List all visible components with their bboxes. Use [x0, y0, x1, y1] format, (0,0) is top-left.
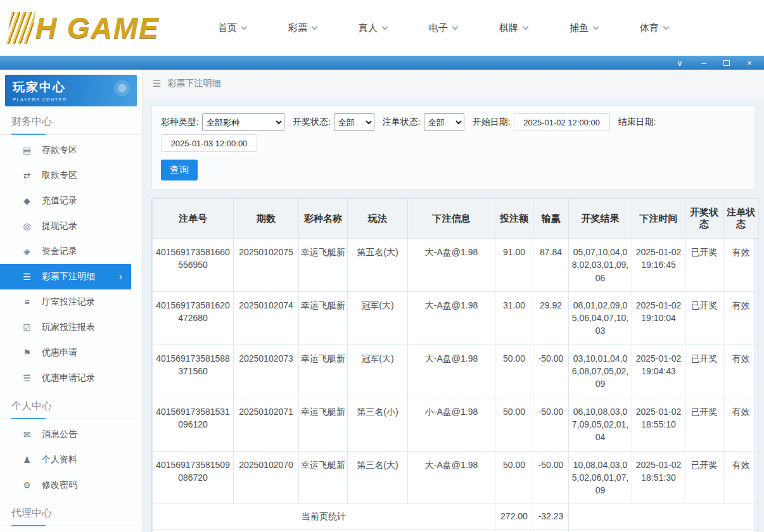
- table-cell: -50.00: [533, 398, 569, 451]
- nav-item-4[interactable]: 电子: [429, 22, 457, 34]
- nav-item-6[interactable]: 捕鱼: [570, 22, 598, 34]
- draw-status-label: 开奖状态:: [293, 117, 331, 128]
- table-cell: 50.00: [495, 398, 533, 451]
- end-date-input[interactable]: [161, 134, 257, 152]
- table-cell: 已开奖: [685, 398, 723, 451]
- table-cell: 87.84: [533, 239, 569, 292]
- start-date-input[interactable]: [514, 113, 610, 131]
- profile-icon: ♟: [22, 455, 32, 465]
- sidebar-section-header: 代理中心: [0, 498, 142, 526]
- breadcrumb: ☰ 彩票下注明细: [143, 70, 764, 98]
- close-icon[interactable]: ×: [745, 59, 754, 67]
- col-header-9: 下注时间: [632, 199, 685, 239]
- change-password-icon: ⚙: [22, 480, 32, 490]
- sidebar-item[interactable]: ⇄取款专区: [0, 163, 142, 188]
- sidebar-item[interactable]: ▤存款专区: [0, 137, 142, 163]
- table-cell: 第三名(小): [348, 398, 408, 451]
- hall-bet-record-icon: ≡: [22, 297, 32, 307]
- table-cell: 冠军(大): [348, 291, 408, 345]
- sidebar-section-header: 财务中心: [0, 106, 142, 135]
- lottery-type-select[interactable]: 全部彩种: [202, 113, 284, 131]
- hamburger-icon[interactable]: ☰: [153, 78, 161, 89]
- sidebar-item[interactable]: ✉消息公告: [0, 422, 142, 447]
- table-cell: 20250102071: [234, 398, 299, 451]
- sidebar-item-label: 修改密码: [42, 479, 77, 491]
- sidebar-item[interactable]: ⚑优惠申请: [0, 340, 142, 365]
- table-cell: 20250102075: [234, 239, 299, 292]
- chevron-down-icon[interactable]: ∨: [675, 59, 684, 67]
- sidebar-title: 玩家中心: [13, 79, 137, 96]
- sidebar-item[interactable]: ≡厅室投注记录: [0, 289, 142, 315]
- table-cell: 有效: [723, 398, 759, 451]
- sidebar-item[interactable]: ◆充值记录: [0, 188, 142, 213]
- summary-winloss-total: -32.23: [533, 529, 569, 532]
- table-cell: 401569173581588371560: [153, 345, 234, 398]
- sidebar-item[interactable]: ☰彩票下注明细›: [0, 264, 131, 289]
- app-window: H GAME 首页彩票真人电子棋牌捕鱼体育 ∨ – × 玩家中心 PLAYERS…: [0, 0, 764, 532]
- table-cell: 幸运飞艇新: [299, 291, 348, 345]
- maximize-icon[interactable]: [723, 60, 730, 66]
- table-cell: 08,01,02,09,05,06,04,07,10,03: [569, 291, 632, 345]
- search-button[interactable]: 查询: [161, 160, 198, 180]
- order-status-label: 注单状态:: [383, 117, 421, 128]
- recharge-record-icon: ◆: [22, 196, 32, 206]
- table-cell: 91.00: [495, 239, 533, 292]
- sidebar-section-header: 个人中心: [0, 391, 142, 419]
- col-header-7: 输赢: [533, 199, 569, 239]
- sidebar-item-label: 优惠申请记录: [42, 372, 95, 384]
- nav-item-label: 体育: [640, 22, 659, 34]
- nav-item-2[interactable]: 彩票: [288, 22, 317, 34]
- deposit-icon: ▤: [22, 145, 32, 155]
- sidebar-item[interactable]: ♟个人资料: [0, 447, 142, 472]
- sidebar-item[interactable]: ⚙修改密码: [0, 472, 142, 498]
- table-cell: 401569173581531096120: [153, 398, 234, 451]
- table-cell: 已开奖: [685, 345, 723, 398]
- summary-row: 当前页统计272.00-32.23: [153, 504, 759, 529]
- summary-empty: [569, 529, 759, 532]
- col-header-2: 期数: [234, 199, 299, 239]
- table-cell: 幸运飞艇新: [299, 239, 348, 292]
- table-cell: 2025-01-02 18:55:10: [632, 398, 685, 451]
- chevron-down-icon: [382, 23, 388, 30]
- sidebar-subtitle: PLAYERS CENTER: [13, 97, 137, 103]
- sidebar-item[interactable]: ☑玩家投注报表: [0, 315, 142, 340]
- nav-item-1[interactable]: 首页: [218, 22, 246, 34]
- summary-winloss-total: -32.23: [533, 504, 569, 529]
- sidebar-item[interactable]: ◈资金记录: [0, 239, 142, 264]
- minimize-icon[interactable]: –: [699, 59, 708, 67]
- chevron-down-icon: [593, 23, 599, 30]
- nav-item-5[interactable]: 棋牌: [499, 22, 528, 34]
- col-header-1: 注单号: [153, 199, 234, 239]
- summary-bet-total: 272.00: [495, 529, 533, 532]
- table-cell: 2025-01-02 18:51:30: [632, 451, 685, 504]
- logo-text: H GAME: [35, 11, 160, 45]
- table-cell: 冠军(大): [348, 345, 408, 398]
- summary-row: 总统计272.00-32.23: [153, 529, 759, 532]
- table-cell: 2025-01-02 19:10:04: [632, 291, 685, 345]
- sidebar-header: 玩家中心 PLAYERS CENTER: [5, 75, 137, 106]
- sidebar-item[interactable]: ◎提现记录: [0, 213, 142, 239]
- table-cell: 05,07,10,04,08,02,03,01,09,06: [569, 239, 632, 292]
- col-header-5: 下注信息: [408, 199, 495, 239]
- draw-status-select[interactable]: 全部: [334, 113, 374, 131]
- table-cell: 29.92: [533, 291, 569, 345]
- promo-apply-record-icon: ☰: [22, 373, 32, 383]
- page-title: 彩票下注明细: [167, 78, 220, 89]
- nav-item-7[interactable]: 体育: [640, 22, 668, 34]
- sidebar-item-label: 存款专区: [42, 144, 77, 156]
- sidebar-item[interactable]: ☰优惠申请记录: [0, 365, 142, 391]
- nav-item-label: 真人: [359, 22, 378, 34]
- table-cell: 20250102070: [234, 451, 299, 504]
- summary-label: 总统计: [153, 529, 495, 532]
- nav-item-label: 彩票: [288, 22, 307, 34]
- nav-item-3[interactable]: 真人: [359, 22, 387, 34]
- order-status-select[interactable]: 全部: [424, 113, 464, 131]
- table-cell: 20250102073: [234, 345, 299, 398]
- top-nav: H GAME 首页彩票真人电子棋牌捕鱼体育: [0, 0, 764, 56]
- main-area: ☰ 彩票下注明细 彩种类型: 全部彩种 开奖状态: 全部 注单状: [143, 70, 764, 532]
- table-cell: 401569173581509086720: [153, 451, 234, 504]
- chevron-down-icon: [312, 23, 318, 30]
- bets-table-wrap: 注单号期数彩种名称玩法下注信息投注额输赢开奖结果下注时间开奖状态注单状态 401…: [151, 198, 755, 532]
- summary-empty: [569, 504, 759, 529]
- promo-apply-icon: ⚑: [22, 348, 32, 358]
